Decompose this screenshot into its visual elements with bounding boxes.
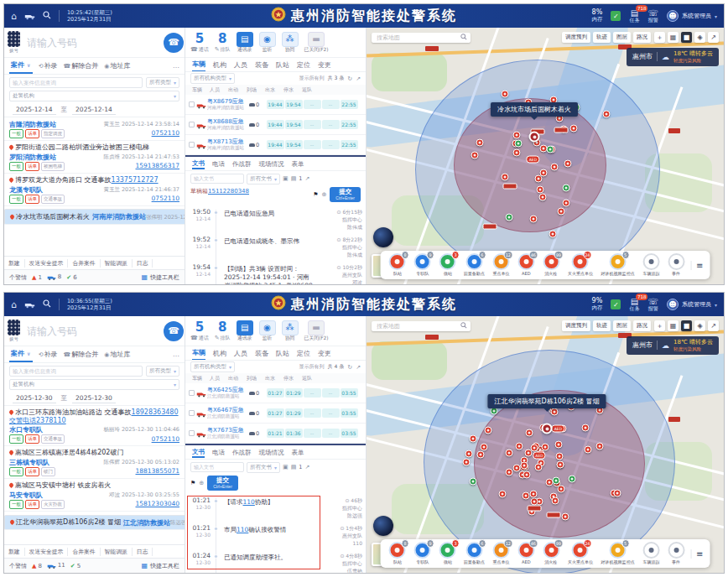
hydrant-marker[interactable]: [515, 442, 523, 450]
doc-type-select[interactable]: 所有文书▾: [247, 174, 280, 185]
resource-tab[interactable]: 车辆: [192, 58, 205, 72]
plate-link[interactable]: 粤X8688应急: [207, 118, 249, 125]
station-link[interactable]: 三栋镇专职队: [9, 458, 49, 467]
station-link[interactable]: 罗阳消防救援站: [9, 153, 56, 162]
supplement-button[interactable]: ⟲补录: [39, 350, 58, 359]
type-select[interactable]: 所有类型▾: [146, 77, 179, 88]
date-to-input[interactable]: 2025-12-30: [72, 393, 116, 403]
org-select[interactable]: 处警机构▾: [9, 91, 179, 101]
row-checkbox[interactable]: [189, 410, 195, 416]
aed-marker[interactable]: AED: [533, 452, 545, 460]
station-marker[interactable]: [515, 140, 523, 148]
flag-icon[interactable]: ⚑: [313, 191, 318, 198]
dispatch-car-icon[interactable]: [24, 12, 35, 21]
doc-tab[interactable]: 文书: [192, 159, 205, 169]
expand-icon[interactable]: ↗: [356, 75, 361, 82]
action-button[interactable]: 日志: [133, 259, 153, 268]
org-type-select[interactable]: 所有机构类型▾: [190, 73, 235, 84]
expand-map-icon[interactable]: ↗: [708, 32, 719, 43]
submit-button[interactable]: 提交Ctrl+Enter: [330, 187, 361, 202]
hydrant-marker[interactable]: [498, 490, 506, 497]
row-checkbox[interactable]: [189, 390, 195, 396]
doc-tab[interactable]: 现场情况: [259, 449, 284, 457]
copy-icon[interactable]: ▣: [283, 175, 289, 182]
hydrant-marker[interactable]: [462, 458, 470, 465]
hydrant-marker[interactable]: [603, 111, 611, 118]
caller-phone-link[interactable]: 18813855071: [136, 467, 180, 476]
map-tool-button[interactable]: 图层: [613, 32, 631, 43]
caller-phone-link[interactable]: 0752110: [152, 129, 179, 138]
closed-button[interactable]: ▬已关闭(F2): [304, 320, 329, 341]
map-search-input[interactable]: [375, 34, 460, 41]
incident-card[interactable]: 冷水坑市场后面树木着火 河南岸消防救援站 张伟明 2025-12-14 19:4…: [4, 209, 185, 224]
map-tool-button[interactable]: 路况: [633, 320, 651, 331]
caller-phone-link[interactable]: 0752110: [152, 435, 179, 444]
unmerge-button[interactable]: ☎解除合并: [64, 350, 99, 359]
expand-map-icon[interactable]: ↗: [708, 320, 719, 331]
legend-item[interactable]: 8 队站: [387, 253, 408, 277]
collab-button[interactable]: ⁂协同: [282, 32, 299, 53]
legend-item[interactable]: 事件: [666, 542, 686, 565]
station-marker[interactable]: [469, 478, 476, 486]
station-link[interactable]: 马安专职队: [9, 491, 43, 500]
legend-item[interactable]: 事件: [666, 253, 686, 277]
vehicle-row[interactable]: 粤X8713应急河南岸消防救援站 0 19:44 19:54 -- -- 22:…: [185, 135, 366, 155]
columns-toggle[interactable]: 显示所有列: [299, 363, 325, 371]
hydrant-marker[interactable]: [554, 440, 562, 448]
doc-tab[interactable]: 电话: [212, 160, 225, 169]
map-tool-button[interactable]: 轨迹: [593, 32, 611, 43]
save-icon[interactable]: ▤: [291, 175, 297, 182]
doc-tab[interactable]: 作战群: [232, 449, 252, 457]
case-search-input[interactable]: [9, 77, 143, 88]
map-search-input[interactable]: [375, 322, 460, 330]
tab-cases[interactable]: 案件 ∨: [9, 58, 33, 74]
incident-card[interactable]: 惠城区三栋镇惠泽居4栋4栋202破门 三栋镇专职队 陈伟辉 2025-12-30…: [4, 446, 185, 479]
hydrant-marker[interactable]: [526, 429, 533, 437]
map-search-box[interactable]: [372, 33, 471, 43]
caller-phone-link[interactable]: 0752110: [152, 195, 179, 204]
resource-tab[interactable]: 变更: [318, 59, 331, 71]
action-button[interactable]: 发送安全提示: [25, 548, 69, 556]
hydrant-marker[interactable]: [582, 424, 590, 431]
aed-marker[interactable]: AED: [552, 424, 564, 432]
resource-tab[interactable]: 机构: [213, 59, 226, 71]
submit-button[interactable]: 提交Ctrl+Enter: [207, 476, 238, 491]
plate-link[interactable]: 粤X8713应急: [207, 138, 249, 145]
resource-tab[interactable]: 变更: [318, 347, 331, 360]
doc-search-input[interactable]: [190, 462, 244, 472]
call-button[interactable]: ☎: [164, 33, 184, 53]
org-select[interactable]: 处警机构▾: [9, 379, 179, 390]
incident-card[interactable]: 博罗双龙大道办角路口 交通事故13375712727 龙溪专职队 黄玉兰 202…: [4, 174, 185, 206]
station-marker[interactable]: [568, 476, 575, 483]
dialpad-icon[interactable]: [8, 320, 20, 335]
hydrant-marker[interactable]: [505, 469, 512, 476]
hydrant-marker[interactable]: [522, 492, 529, 500]
action-button[interactable]: 智能调派: [101, 548, 133, 556]
hydrant-marker[interactable]: [477, 451, 485, 459]
legend-item[interactable]: 3 微站: [438, 542, 458, 565]
hydrant-marker[interactable]: [552, 496, 559, 504]
action-button[interactable]: 新建: [4, 259, 25, 268]
station-link[interactable]: 吉隆消防救援站: [9, 120, 56, 129]
resource-tab[interactable]: 队站: [276, 59, 289, 71]
resource-tab[interactable]: 装备: [255, 347, 268, 360]
columns-toggle[interactable]: 显示所有列: [299, 75, 325, 82]
incident-card[interactable]: 罗阳街道公园二路柏圳酒业旁边被困三楼电梯 罗阳消防救援站 陈贞维 2025-12…: [4, 141, 185, 174]
eagle-eye-button[interactable]: [373, 227, 393, 247]
station-link[interactable]: 水口专职队: [9, 425, 43, 434]
plate-marker[interactable]: [502, 183, 517, 189]
crosshair-icon[interactable]: ＋: [654, 32, 665, 43]
case-search-input[interactable]: [9, 366, 143, 377]
station-link[interactable]: 河南岸消防救援站: [92, 212, 146, 221]
action-button[interactable]: 智能调派: [101, 259, 133, 268]
incident-marker[interactable]: [542, 424, 553, 434]
station-link[interactable]: 龙溪专职队: [9, 185, 43, 195]
vehicle-row[interactable]: 粤X7673应急江北消防救援站 0 01:21 01:36 -- -- 03:5…: [185, 424, 366, 444]
legend-item[interactable]: 6 前置备勤点: [463, 542, 486, 565]
legend-item[interactable]: 车辆追踪: [641, 542, 661, 565]
compass-icon[interactable]: ◈: [694, 320, 705, 331]
legend-item[interactable]: 24 灭火重点单位: [566, 542, 594, 565]
legend-item[interactable]: 46 AED: [516, 542, 536, 564]
expand-icon[interactable]: ↗: [356, 364, 361, 371]
map-panel[interactable]: AEDAEDAED 江北华润翡翠苑D栋106房2楼 冒烟 调度预判轨迹图层路况 …: [367, 316, 724, 573]
